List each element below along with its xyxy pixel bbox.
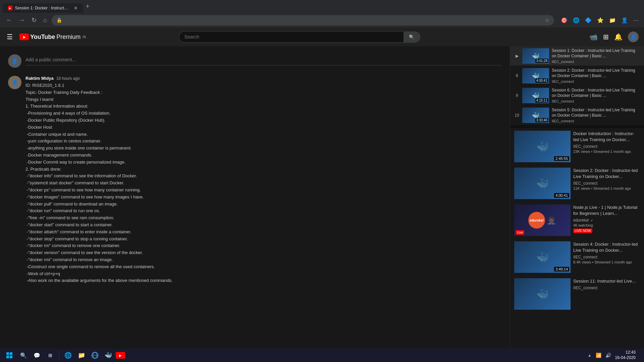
playlist-num-2: 8 [514,73,520,78]
playlist-channel-4: IIEC_connect [552,119,640,123]
forward-button[interactable]: → [17,15,27,25]
menu-icon[interactable]: ⋯ [632,16,640,25]
comment-input-row: 👤 Add a public comment... [8,52,502,68]
new-tab-button[interactable]: + [83,3,92,10]
playlist-info-1: Session 1: Docker : Instructor-led Live … [552,48,640,63]
rec-video-2[interactable]: 🐳 4:00:41 Session 2: Docker : Instructor… [510,165,644,202]
start-button[interactable] [3,350,16,361]
user-avatar[interactable]: 👤 [628,32,639,42]
taskbar-cortana-icon[interactable]: 💬 [31,349,43,361]
rec-info-4: Session 4: Docker : Instructor-led Live … [573,241,640,273]
active-browser-tab[interactable]: ▶ Session 1: Docker : Instructor-le... ✕ [3,3,83,13]
rec-title-4: Session 4: Docker : Instructor-led Live … [573,241,640,253]
rec-info-2: Session 2: Docker : Instructor-led Live … [573,168,640,199]
rec-duration-2: 4:00:41 [554,193,569,198]
star-icon[interactable]: ☆ [545,17,549,23]
extension-icon-3[interactable]: 🔷 [584,16,593,25]
clock-time: 12:43 [615,350,636,355]
rec-title-1: Docker Introduction : Instructor-led Liv… [573,131,640,143]
svg-rect-1 [10,352,12,355]
playlist-duration-2: 4:00:41 [535,78,548,83]
comment-time: 18 hours ago [56,76,80,81]
comment-content: Raktim Midya 18 hours ago ID: RISE2020_1… [25,76,502,284]
clock-display[interactable]: 12:43 16-04-2020 [615,350,636,360]
rec-video-3[interactable]: edureka! 👨‍💼 Live Node.js Live - 1 | Nod… [510,202,644,239]
rec-thumb-1: 🐳 2:45:55 [514,131,571,162]
section-divider [510,125,644,128]
playlist-info-4: Session 5: Docker : Instructor-led Live … [552,108,640,123]
system-tray: ▲ 📶 🔊 12:43 16-04-2020 [588,350,641,360]
refresh-button[interactable]: ↻ [30,15,39,25]
rec-info-5: Session 11: Instructor-led Live... IIEC_… [573,278,640,310]
playlist-title-4: Session 5: Docker : Instructor-led Live … [552,108,640,118]
rec-channel-3: edureka! ✓ [573,218,640,223]
lock-icon: 🔒 [56,17,62,23]
rec-title-2: Session 2: Docker : Instructor-led Live … [573,168,640,180]
extension-icon-4[interactable]: ⭐ [596,16,605,25]
taskbar-browser-icon[interactable] [89,349,101,361]
youtube-logo-icon [19,34,29,40]
premium-text: Premium [56,34,80,41]
browser-tabs-bar: ▶ Session 1: Docker : Instructor-le... ✕… [0,0,644,13]
extension-icon-1[interactable]: 🎯 [559,16,569,25]
clock-date: 16-04-2020 [615,355,636,361]
user-profile-icon[interactable]: 👤 [620,16,629,25]
taskbar-search-icon[interactable]: 🔍 [17,349,30,361]
rec-title-5: Session 11: Instructor-led Live... [573,278,640,284]
comment-header: Raktim Midya 18 hours ago [25,76,502,81]
playlist-title-1: Session 1: Docker : Instructor-led Live … [552,48,640,59]
rec-thumb-3: edureka! 👨‍💼 Live [514,204,571,236]
back-button[interactable]: ← [4,15,14,25]
taskbar-edge-icon[interactable]: 🌐 [62,349,74,361]
tab-close-button[interactable]: ✕ [74,5,78,11]
live-now-badge: LIVE NOW [573,228,640,233]
home-button[interactable]: ⌂ [41,15,49,25]
youtube-logo-text: YouTube [30,34,55,41]
comment-author[interactable]: Raktim Midya [25,76,54,81]
rec-meta-2: 11K views • Streamed 1 month ago [573,186,640,190]
playlist-item-1[interactable]: ▶ 🐳 3:41:28 Session 1: Docker : Instruct… [510,46,644,66]
tab-title: Session 1: Docker : Instructor-le... [15,6,69,10]
playlist-channel-1: IIEC_connect [552,60,640,64]
notifications-bell-icon[interactable]: 🔔 [614,33,623,41]
playlist-thumb-4: 🐳 3:33:46 [522,108,549,123]
taskbar-files-icon[interactable]: 📁 [75,349,88,361]
playlist-duration-4: 3:33:46 [535,118,548,122]
collections-icon[interactable]: 📁 [608,16,617,25]
taskbar-tasks-icon[interactable]: ⊞ [44,349,56,361]
tray-sound-icon[interactable]: 🔊 [605,353,611,358]
rec-thumb-4: 🐳 3:49:14 [514,241,571,273]
extension-icon-2[interactable]: 🌐 [572,16,581,25]
youtube-header: ☰ YouTube Premium IN 🔍 📹 ⊞ 🔔 👤 [0,27,644,46]
youtube-logo[interactable]: YouTube Premium IN [19,34,86,41]
playlist-info-2: Session 2: Docker : Instructor-led Live … [552,68,640,83]
hamburger-menu[interactable]: ☰ [5,32,14,42]
rec-channel-5: IIEC_connect [573,286,640,290]
tray-network-icon[interactable]: 📶 [596,353,601,358]
comment-text: ID: RISE2020_1.6.1 Topic: Docker Trainin… [25,82,502,284]
taskbar-youtube-icon[interactable]: ▶ [116,352,125,359]
playlist-item-4[interactable]: 10 🐳 3:33:46 Session 5: Docker : Instruc… [510,106,644,125]
rec-video-4[interactable]: 🐳 3:49:14 Session 4: Docker : Instructor… [510,239,644,276]
video-upload-icon[interactable]: 📹 [589,33,598,41]
tray-up-arrow[interactable]: ▲ [588,353,592,358]
rec-duration-1: 2:45:55 [554,156,569,161]
url-input[interactable]: https://www.youtube.com/watch?v=-lpDRE3F… [65,17,542,23]
playlist-thumb-3: 🐳 4:15:11 [522,88,549,103]
rec-video-5[interactable]: 🐳 Session 11: Instructor-led Live... IIE… [510,276,644,312]
commenter-avatar: 👤 [8,76,21,89]
comment-input-box[interactable]: Add a public comment... [25,54,502,65]
address-bar[interactable]: 🔒 https://www.youtube.com/watch?v=-lpDRE… [52,15,554,25]
right-sidebar: ▶ 🐳 3:41:28 Session 1: Docker : Instruct… [510,46,644,362]
search-button[interactable]: 🔍 [404,32,420,43]
playlist-item-3[interactable]: 9 🐳 4:15:11 Session 6: Docker : Instruct… [510,86,644,106]
playlist-item-2[interactable]: 8 🐳 4:00:41 Session 2: Docker : Instruct… [510,66,644,86]
rec-video-1[interactable]: 🐳 2:45:55 Docker Introduction : Instruct… [510,128,644,165]
apps-grid-icon[interactable]: ⊞ [603,33,609,41]
search-bar: 🔍 [179,31,420,43]
rec-channel-4: IIEC_connect [573,255,640,259]
header-right-icons: 📹 ⊞ 🔔 👤 [589,32,639,42]
search-input[interactable] [179,31,404,43]
taskbar-docker-icon[interactable]: 🐳 [102,349,114,361]
svg-rect-3 [10,356,12,358]
